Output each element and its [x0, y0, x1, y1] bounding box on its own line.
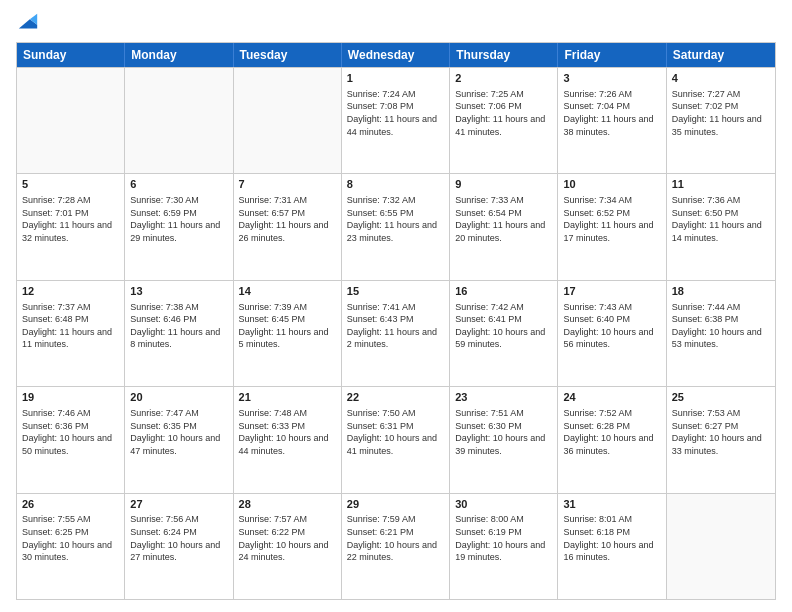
day-info: Sunrise: 7:28 AMSunset: 7:01 PMDaylight:…	[22, 194, 119, 244]
day-of-week-header: Sunday	[17, 43, 125, 67]
day-cell-26: 26Sunrise: 7:55 AMSunset: 6:25 PMDayligh…	[17, 494, 125, 599]
day-of-week-header: Monday	[125, 43, 233, 67]
day-info: Sunrise: 7:50 AMSunset: 6:31 PMDaylight:…	[347, 407, 444, 457]
calendar-body: 1Sunrise: 7:24 AMSunset: 7:08 PMDaylight…	[17, 67, 775, 599]
day-cell-5: 5Sunrise: 7:28 AMSunset: 7:01 PMDaylight…	[17, 174, 125, 279]
day-info: Sunrise: 7:25 AMSunset: 7:06 PMDaylight:…	[455, 88, 552, 138]
day-number: 26	[22, 497, 119, 512]
day-cell-14: 14Sunrise: 7:39 AMSunset: 6:45 PMDayligh…	[234, 281, 342, 386]
day-number: 24	[563, 390, 660, 405]
day-info: Sunrise: 7:27 AMSunset: 7:02 PMDaylight:…	[672, 88, 770, 138]
day-info: Sunrise: 7:42 AMSunset: 6:41 PMDaylight:…	[455, 301, 552, 351]
day-number: 22	[347, 390, 444, 405]
day-info: Sunrise: 7:59 AMSunset: 6:21 PMDaylight:…	[347, 513, 444, 563]
day-number: 19	[22, 390, 119, 405]
logo-icon	[17, 12, 39, 34]
day-info: Sunrise: 8:01 AMSunset: 6:18 PMDaylight:…	[563, 513, 660, 563]
day-of-week-header: Friday	[558, 43, 666, 67]
day-info: Sunrise: 7:56 AMSunset: 6:24 PMDaylight:…	[130, 513, 227, 563]
empty-cell	[667, 494, 775, 599]
day-cell-16: 16Sunrise: 7:42 AMSunset: 6:41 PMDayligh…	[450, 281, 558, 386]
day-cell-27: 27Sunrise: 7:56 AMSunset: 6:24 PMDayligh…	[125, 494, 233, 599]
day-number: 25	[672, 390, 770, 405]
day-of-week-header: Wednesday	[342, 43, 450, 67]
day-info: Sunrise: 7:44 AMSunset: 6:38 PMDaylight:…	[672, 301, 770, 351]
day-number: 21	[239, 390, 336, 405]
day-info: Sunrise: 7:33 AMSunset: 6:54 PMDaylight:…	[455, 194, 552, 244]
day-number: 4	[672, 71, 770, 86]
day-cell-2: 2Sunrise: 7:25 AMSunset: 7:06 PMDaylight…	[450, 68, 558, 173]
day-cell-3: 3Sunrise: 7:26 AMSunset: 7:04 PMDaylight…	[558, 68, 666, 173]
day-number: 5	[22, 177, 119, 192]
day-cell-28: 28Sunrise: 7:57 AMSunset: 6:22 PMDayligh…	[234, 494, 342, 599]
day-cell-19: 19Sunrise: 7:46 AMSunset: 6:36 PMDayligh…	[17, 387, 125, 492]
day-cell-10: 10Sunrise: 7:34 AMSunset: 6:52 PMDayligh…	[558, 174, 666, 279]
day-info: Sunrise: 7:43 AMSunset: 6:40 PMDaylight:…	[563, 301, 660, 351]
day-cell-9: 9Sunrise: 7:33 AMSunset: 6:54 PMDaylight…	[450, 174, 558, 279]
day-info: Sunrise: 7:32 AMSunset: 6:55 PMDaylight:…	[347, 194, 444, 244]
day-number: 6	[130, 177, 227, 192]
day-cell-11: 11Sunrise: 7:36 AMSunset: 6:50 PMDayligh…	[667, 174, 775, 279]
page: SundayMondayTuesdayWednesdayThursdayFrid…	[0, 0, 792, 612]
day-cell-25: 25Sunrise: 7:53 AMSunset: 6:27 PMDayligh…	[667, 387, 775, 492]
day-number: 31	[563, 497, 660, 512]
day-cell-4: 4Sunrise: 7:27 AMSunset: 7:02 PMDaylight…	[667, 68, 775, 173]
day-of-week-header: Thursday	[450, 43, 558, 67]
day-number: 8	[347, 177, 444, 192]
day-cell-29: 29Sunrise: 7:59 AMSunset: 6:21 PMDayligh…	[342, 494, 450, 599]
day-number: 2	[455, 71, 552, 86]
day-cell-23: 23Sunrise: 7:51 AMSunset: 6:30 PMDayligh…	[450, 387, 558, 492]
day-number: 13	[130, 284, 227, 299]
day-number: 18	[672, 284, 770, 299]
calendar-week-5: 26Sunrise: 7:55 AMSunset: 6:25 PMDayligh…	[17, 493, 775, 599]
day-number: 23	[455, 390, 552, 405]
day-cell-18: 18Sunrise: 7:44 AMSunset: 6:38 PMDayligh…	[667, 281, 775, 386]
day-cell-30: 30Sunrise: 8:00 AMSunset: 6:19 PMDayligh…	[450, 494, 558, 599]
day-cell-21: 21Sunrise: 7:48 AMSunset: 6:33 PMDayligh…	[234, 387, 342, 492]
day-info: Sunrise: 7:37 AMSunset: 6:48 PMDaylight:…	[22, 301, 119, 351]
day-number: 28	[239, 497, 336, 512]
calendar-week-2: 5Sunrise: 7:28 AMSunset: 7:01 PMDaylight…	[17, 173, 775, 279]
day-number: 10	[563, 177, 660, 192]
day-info: Sunrise: 7:34 AMSunset: 6:52 PMDaylight:…	[563, 194, 660, 244]
day-number: 15	[347, 284, 444, 299]
day-number: 7	[239, 177, 336, 192]
day-cell-7: 7Sunrise: 7:31 AMSunset: 6:57 PMDaylight…	[234, 174, 342, 279]
day-number: 20	[130, 390, 227, 405]
day-number: 30	[455, 497, 552, 512]
day-number: 3	[563, 71, 660, 86]
day-number: 11	[672, 177, 770, 192]
day-info: Sunrise: 7:24 AMSunset: 7:08 PMDaylight:…	[347, 88, 444, 138]
day-number: 17	[563, 284, 660, 299]
day-number: 12	[22, 284, 119, 299]
day-cell-13: 13Sunrise: 7:38 AMSunset: 6:46 PMDayligh…	[125, 281, 233, 386]
day-cell-20: 20Sunrise: 7:47 AMSunset: 6:35 PMDayligh…	[125, 387, 233, 492]
day-info: Sunrise: 7:55 AMSunset: 6:25 PMDaylight:…	[22, 513, 119, 563]
calendar-week-4: 19Sunrise: 7:46 AMSunset: 6:36 PMDayligh…	[17, 386, 775, 492]
day-info: Sunrise: 7:41 AMSunset: 6:43 PMDaylight:…	[347, 301, 444, 351]
day-cell-15: 15Sunrise: 7:41 AMSunset: 6:43 PMDayligh…	[342, 281, 450, 386]
calendar-header-row: SundayMondayTuesdayWednesdayThursdayFrid…	[17, 43, 775, 67]
day-info: Sunrise: 7:38 AMSunset: 6:46 PMDaylight:…	[130, 301, 227, 351]
day-info: Sunrise: 7:46 AMSunset: 6:36 PMDaylight:…	[22, 407, 119, 457]
day-info: Sunrise: 7:52 AMSunset: 6:28 PMDaylight:…	[563, 407, 660, 457]
day-cell-22: 22Sunrise: 7:50 AMSunset: 6:31 PMDayligh…	[342, 387, 450, 492]
calendar-week-1: 1Sunrise: 7:24 AMSunset: 7:08 PMDaylight…	[17, 67, 775, 173]
calendar-week-3: 12Sunrise: 7:37 AMSunset: 6:48 PMDayligh…	[17, 280, 775, 386]
day-info: Sunrise: 7:39 AMSunset: 6:45 PMDaylight:…	[239, 301, 336, 351]
day-number: 14	[239, 284, 336, 299]
day-info: Sunrise: 7:30 AMSunset: 6:59 PMDaylight:…	[130, 194, 227, 244]
empty-cell	[17, 68, 125, 173]
day-cell-17: 17Sunrise: 7:43 AMSunset: 6:40 PMDayligh…	[558, 281, 666, 386]
day-number: 27	[130, 497, 227, 512]
day-cell-24: 24Sunrise: 7:52 AMSunset: 6:28 PMDayligh…	[558, 387, 666, 492]
day-info: Sunrise: 8:00 AMSunset: 6:19 PMDaylight:…	[455, 513, 552, 563]
day-number: 1	[347, 71, 444, 86]
day-cell-6: 6Sunrise: 7:30 AMSunset: 6:59 PMDaylight…	[125, 174, 233, 279]
empty-cell	[125, 68, 233, 173]
day-info: Sunrise: 7:53 AMSunset: 6:27 PMDaylight:…	[672, 407, 770, 457]
header	[16, 12, 776, 34]
day-info: Sunrise: 7:26 AMSunset: 7:04 PMDaylight:…	[563, 88, 660, 138]
day-info: Sunrise: 7:57 AMSunset: 6:22 PMDaylight:…	[239, 513, 336, 563]
calendar: SundayMondayTuesdayWednesdayThursdayFrid…	[16, 42, 776, 600]
